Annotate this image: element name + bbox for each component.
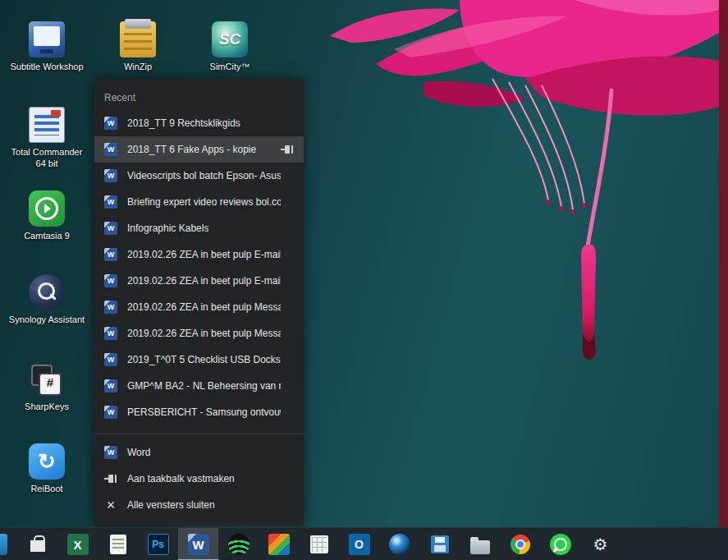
app-icon [29,21,65,57]
word-doc-icon [104,143,117,156]
desktop-shortcut-label: WinZip [98,62,177,73]
word-doc-icon [104,195,117,209]
taskbar-app-icon [470,540,490,554]
recent-document-item[interactable]: PERSBERICHT - Samsung ontvouwt nie... [94,399,304,425]
recent-document-item[interactable]: 2019.02.26 ZEA in beet pulp E-mail EN... [94,241,304,268]
taskbar [0,527,728,560]
taskbar-app-icon [27,534,48,555]
taskbar-item[interactable] [540,528,580,560]
recent-document-label: Videoscripts bol batch Epson- Asus 28-2 [127,170,281,181]
word-doc-icon [104,248,117,261]
recent-document-label: 2018_TT 9 Rechtsklikgids [127,117,240,129]
taskbar-item[interactable] [299,528,339,560]
taskbar-app-icon [550,534,571,555]
recent-document-item[interactable]: 2019.02.26 ZEA in beet pulp Message... [94,294,304,320]
recent-document-item[interactable]: GMP^M BA2 - NL Beheersing van resi... [94,373,304,399]
recent-document-item[interactable]: 2019.02.26 ZEA in beet pulp Message... [94,320,304,347]
app-icon [29,361,65,397]
jumplist-footer: Word Aan taakbalk vastmaken Alle venster… [94,434,304,518]
recent-document-label: Briefing expert video reviews bol.com... [127,196,281,208]
desktop-shortcut[interactable]: Camtasia 9 [7,190,86,242]
desktop: Subtitle Workshop WinZip SimCity™ Total … [0,0,728,560]
taskbar-item[interactable] [17,528,57,560]
word-doc-icon [104,301,117,314]
desktop-shortcut[interactable]: Synology Assistant [7,274,86,326]
taskbar-item[interactable] [218,528,259,560]
taskbar-app-icon [110,535,126,554]
desktop-shortcut-label: SharpKeys [7,402,86,413]
taskbar-app-icon [431,535,449,553]
app-icon [29,107,65,143]
recent-document-label: 2019.02.26 ZEA in beet pulp Message... [127,301,281,313]
desktop-shortcut-label: ReiBoot [7,484,86,495]
desktop-shortcut-label: Synology Assistant [7,314,86,326]
taskbar-item[interactable] [379,528,419,560]
jumplist-footer-item[interactable]: Word [94,439,304,466]
recent-document-item[interactable]: 2019_T^0T 5 Checklist USB Docks [94,347,304,373]
app-icon [29,274,65,310]
desktop-shortcut-label: Subtitle Workshop [7,62,86,73]
jumplist-footer-item[interactable]: Aan taakbalk vastmaken [94,466,304,492]
taskbar-app-icon [590,534,611,555]
footer-item-icon [104,446,117,459]
recent-document-label: 2018_TT 6 Fake Apps - kopie [127,144,256,155]
desktop-shortcut[interactable]: SharpKeys [7,361,86,413]
taskbar-items [17,528,620,560]
recent-document-label: Infographic Kabels [127,223,208,234]
taskbar-item[interactable] [580,528,620,560]
word-doc-icon [104,274,117,287]
jumplist-section-title: Recent [94,89,304,110]
taskbar-item[interactable] [259,528,299,560]
desktop-shortcut[interactable]: Subtitle Workshop [7,21,86,73]
recent-document-item[interactable]: 2019.02.26 ZEA in beet pulp E-mail EN...… [94,268,304,294]
footer-item-label: Aan taakbalk vastmaken [127,473,235,484]
recent-document-item[interactable]: 2018_TT 6 Fake Apps - kopie [94,136,304,163]
taskbar-item[interactable] [419,528,460,560]
word-doc-icon [104,117,117,130]
word-doc-icon [104,379,117,392]
taskbar-item[interactable] [500,528,540,560]
taskbar-item[interactable] [460,528,500,560]
pin-icon[interactable] [281,143,294,156]
word-doc-icon [104,353,117,366]
taskbar-app-icon [228,534,250,555]
recent-document-item[interactable]: Briefing expert video reviews bol.com... [94,189,304,215]
taskbar-app-icon [310,535,328,553]
taskbar-item[interactable] [178,528,218,560]
recent-documents-list: 2018_TT 9 Rechtsklikgids 2018_TT 6 Fake … [94,110,304,425]
taskbar-app-icon [188,534,209,555]
desktop-shortcut[interactable]: SimCity™ [190,21,269,73]
desktop-shortcut-label: Total Commander 64 bit [7,147,86,170]
taskbar-item[interactable] [57,528,98,560]
taskbar-item[interactable] [138,528,178,560]
taskbar-app-icon [349,534,370,555]
jumplist-footer-item[interactable]: Alle vensters sluiten [94,492,304,518]
recent-document-label: 2019.02.26 ZEA in beet pulp Message... [127,328,281,339]
taskbar-app-icon [148,534,169,555]
taskbar-item[interactable] [98,528,138,560]
word-doc-icon [104,406,117,419]
recent-document-label: 2019.02.26 ZEA in beet pulp E-mail EN... [127,249,281,260]
taskbar-item[interactable] [339,528,379,560]
app-icon [212,21,248,57]
desktop-shortcut[interactable]: Total Commander 64 bit [7,107,86,170]
footer-item-label: Word [127,447,150,458]
taskbar-app-icon [389,534,410,555]
recent-document-item[interactable]: Videoscripts bol batch Epson- Asus 28-2 [94,163,304,189]
desktop-shortcut[interactable]: ReiBoot [7,443,86,495]
recent-document-item[interactable]: 2018_TT 9 Rechtsklikgids [94,110,304,136]
desktop-shortcut[interactable]: WinZip [98,21,177,73]
recent-document-label: 2019.02.26 ZEA in beet pulp E-mail EN...… [127,275,281,287]
app-icon [29,443,65,480]
app-icon [29,190,65,227]
jumplist-panel: Recent 2018_TT 9 Rechtsklikgids 2018_TT … [94,79,304,526]
recent-document-label: 2019_T^0T 5 Checklist USB Docks [127,354,281,365]
taskbar-partial-icon[interactable] [0,534,7,555]
desktop-shortcut-label: Camtasia 9 [7,231,86,242]
word-doc-icon [104,327,117,340]
footer-item-icon [104,472,117,485]
word-doc-icon [104,222,117,235]
recent-document-label: PERSBERICHT - Samsung ontvouwt nie... [127,406,281,418]
recent-document-label: GMP^M BA2 - NL Beheersing van resi... [127,380,281,392]
recent-document-item[interactable]: Infographic Kabels [94,215,304,241]
